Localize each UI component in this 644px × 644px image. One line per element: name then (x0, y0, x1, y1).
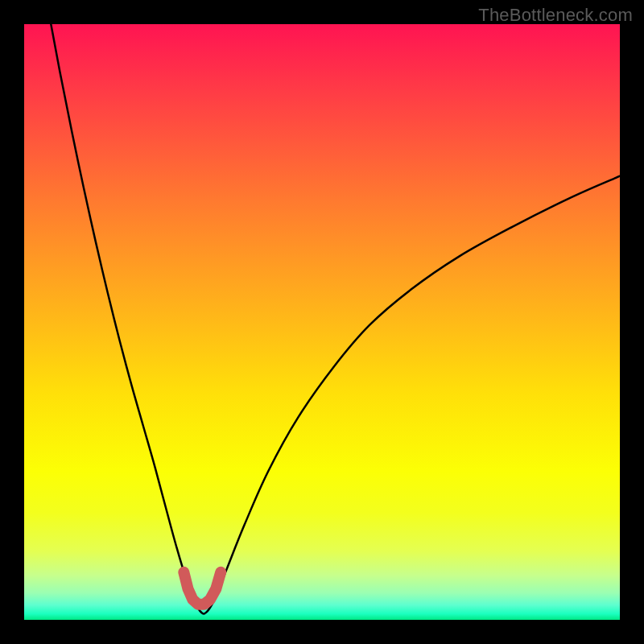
chart-container: TheBottleneck.com (0, 0, 644, 644)
svg-rect-0 (24, 24, 620, 620)
watermark-label: TheBottleneck.com (478, 5, 633, 26)
chart-background (24, 24, 620, 620)
